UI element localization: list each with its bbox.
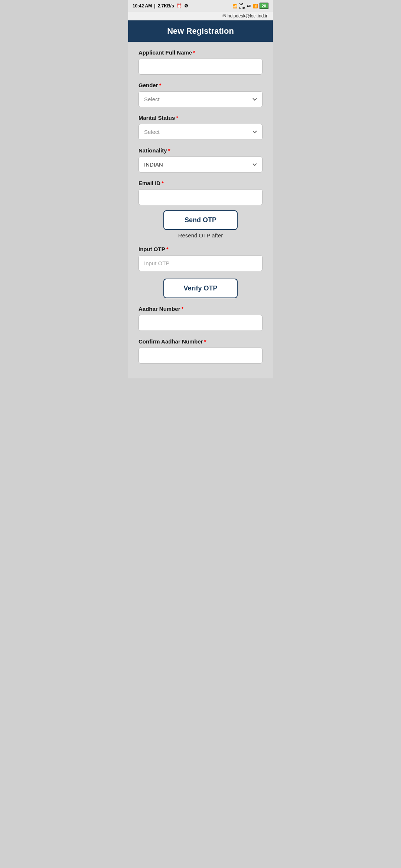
network-4g-icon: 4G bbox=[247, 4, 251, 8]
required-star-email: * bbox=[162, 180, 164, 186]
applicant-name-group: Applicant Full Name* bbox=[138, 49, 263, 75]
required-star-confirm-aadhar: * bbox=[204, 338, 206, 345]
alarm-icon: ⏰ bbox=[176, 3, 182, 9]
required-star-otp: * bbox=[166, 246, 169, 252]
resend-otp-text: Resend OTP after bbox=[138, 232, 263, 239]
required-star-aadhar: * bbox=[182, 306, 184, 312]
aadhar-number-input[interactable] bbox=[138, 315, 263, 331]
aadhar-number-label: Aadhar Number* bbox=[138, 306, 263, 312]
input-otp-label: Input OTP* bbox=[138, 246, 263, 252]
aadhar-number-group: Aadhar Number* bbox=[138, 306, 263, 331]
verify-otp-button[interactable]: Verify OTP bbox=[163, 279, 238, 298]
gender-select[interactable]: Select Male Female Other bbox=[138, 91, 263, 107]
separator: | bbox=[154, 3, 155, 9]
confirm-aadhar-group: Confirm Aadhar Number* bbox=[138, 338, 263, 364]
applicant-name-label: Applicant Full Name* bbox=[138, 49, 263, 56]
signal-icon: 📶 bbox=[253, 4, 258, 9]
time-display: 10:42 AM bbox=[133, 3, 152, 9]
marital-status-group: Marital Status* Select Single Married Di… bbox=[138, 115, 263, 140]
required-star-gender: * bbox=[159, 82, 162, 88]
required-star-nationality: * bbox=[168, 147, 170, 154]
status-bar: 10:42 AM | 2.7KB/s ⏰ ⚙ 📶 VoLTE 4G 📶 20 bbox=[128, 0, 273, 12]
required-star-marital: * bbox=[176, 115, 178, 121]
email-id-input[interactable] bbox=[138, 189, 263, 205]
nationality-group: Nationality* INDIAN OTHER bbox=[138, 147, 263, 172]
form-container: Applicant Full Name* Gender* Select Male… bbox=[128, 42, 273, 378]
applicant-name-input[interactable] bbox=[138, 59, 263, 75]
helpdesk-bar: ✉ helpdesk@loci.ind.in bbox=[128, 12, 273, 20]
status-left: 10:42 AM | 2.7KB/s ⏰ ⚙ bbox=[133, 3, 188, 9]
input-otp-field[interactable] bbox=[138, 255, 263, 271]
marital-status-select[interactable]: Select Single Married Divorced Widowed bbox=[138, 124, 263, 140]
page-title: New Registration bbox=[167, 26, 234, 36]
marital-status-label: Marital Status* bbox=[138, 115, 263, 121]
email-id-label: Email ID* bbox=[138, 180, 263, 186]
status-right: 📶 VoLTE 4G 📶 20 bbox=[232, 2, 268, 10]
gender-label: Gender* bbox=[138, 82, 263, 88]
confirm-aadhar-label: Confirm Aadhar Number* bbox=[138, 338, 263, 345]
confirm-aadhar-input[interactable] bbox=[138, 348, 263, 364]
helpdesk-email: helpdesk@loci.ind.in bbox=[228, 13, 268, 19]
page-header: New Registration bbox=[128, 20, 273, 42]
email-id-group: Email ID* bbox=[138, 180, 263, 205]
input-otp-group: Input OTP* bbox=[138, 246, 263, 271]
send-otp-button[interactable]: Send OTP bbox=[163, 210, 238, 230]
nationality-label: Nationality* bbox=[138, 147, 263, 154]
settings-icon: ⚙ bbox=[184, 3, 188, 9]
nationality-select[interactable]: INDIAN OTHER bbox=[138, 157, 263, 172]
battery-indicator: 20 bbox=[260, 3, 268, 9]
gender-group: Gender* Select Male Female Other bbox=[138, 82, 263, 107]
volte-icon: VoLTE bbox=[239, 2, 245, 10]
required-star: * bbox=[193, 49, 195, 56]
wifi-icon: 📶 bbox=[232, 4, 238, 9]
data-speed: 2.7KB/s bbox=[158, 3, 174, 9]
email-icon: ✉ bbox=[222, 13, 226, 19]
